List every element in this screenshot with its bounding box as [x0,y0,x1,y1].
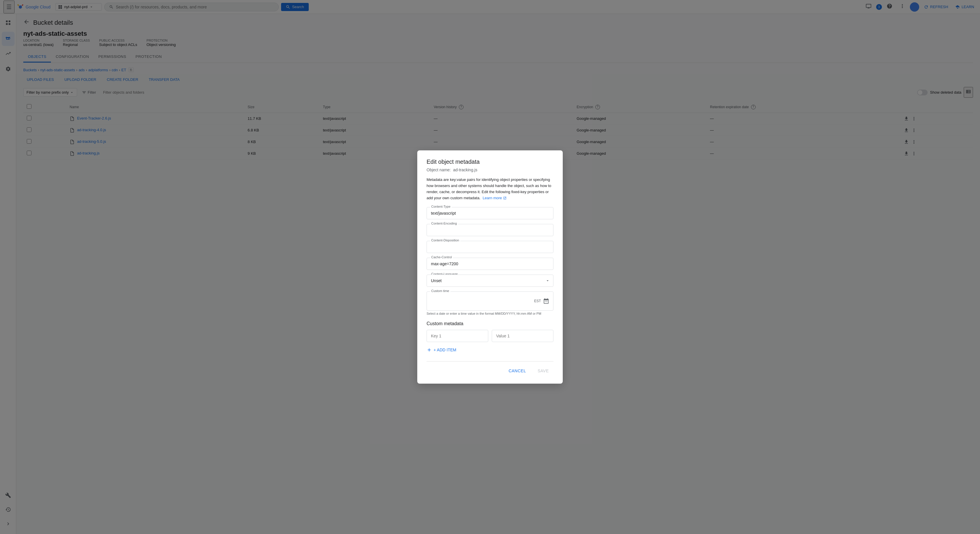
edit-metadata-modal: Edit object metadata Object name: ad-tra… [417,150,563,164]
modal-overlay[interactable]: Edit object metadata Object name: ad-tra… [0,0,980,164]
modal-title: Edit object metadata [426,159,554,164]
